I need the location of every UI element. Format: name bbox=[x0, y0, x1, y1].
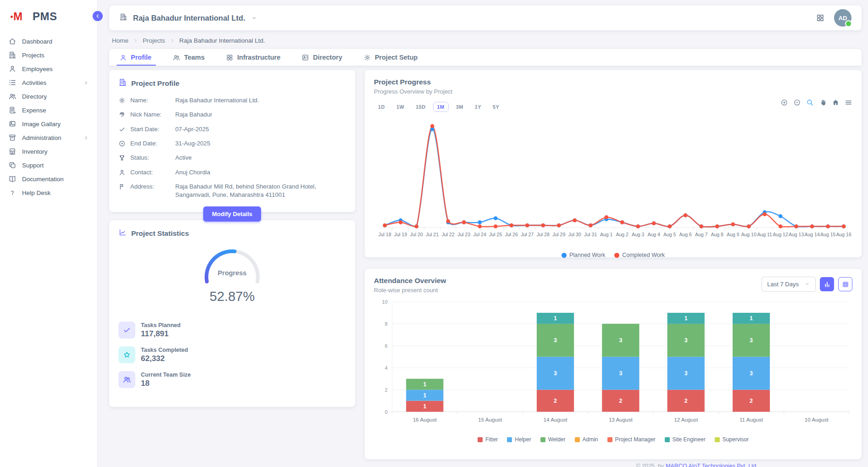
stat-current-team-size: Current Team Size18 bbox=[118, 371, 346, 388]
svg-text:Jul 19: Jul 19 bbox=[394, 232, 407, 237]
sidebar-collapse-button[interactable] bbox=[91, 10, 104, 22]
table-view-button[interactable] bbox=[838, 277, 852, 291]
field-value: 31-Aug-2025 bbox=[175, 139, 346, 148]
archive-icon bbox=[8, 133, 17, 142]
sidebar-item-support[interactable]: Support bbox=[0, 158, 97, 172]
tab-label: Directory bbox=[313, 54, 342, 61]
sidebar-item-expense[interactable]: Expense bbox=[0, 103, 97, 117]
sidebar-item-directory[interactable]: Directory bbox=[0, 89, 97, 103]
range-button-5y[interactable]: 5Y bbox=[489, 102, 503, 112]
tab-project-setup[interactable]: Project Setup bbox=[363, 49, 417, 66]
modify-details-button[interactable]: Modify Details bbox=[203, 206, 261, 222]
progress-gauge-value: 52.87% bbox=[118, 289, 346, 304]
tab-teams[interactable]: Teams bbox=[172, 49, 205, 66]
svg-text:4: 4 bbox=[385, 365, 388, 371]
legend-fitter[interactable]: Fitter bbox=[478, 436, 498, 443]
date-range-select-value: Last 7 Days bbox=[767, 281, 799, 288]
project-selector[interactable]: Raja Bahadur International Ltd. bbox=[119, 13, 257, 23]
stat-label: Tasks Completed bbox=[141, 347, 188, 353]
progress-line-chart[interactable]: Jul 18Jul 19Jul 20Jul 21Jul 22Jul 23Jul … bbox=[374, 114, 852, 251]
sidebar-item-inventory[interactable]: Inventory bbox=[0, 145, 97, 158]
zoom-out-icon bbox=[793, 99, 801, 106]
field-label: Name: bbox=[130, 96, 171, 105]
apps-grid-button[interactable] bbox=[816, 13, 825, 22]
svg-text:Aug 3: Aug 3 bbox=[632, 232, 645, 237]
legend-admin[interactable]: Admin bbox=[575, 436, 598, 443]
sidebar-item-label: Image Gallary bbox=[22, 121, 61, 128]
sidebar-item-label: Help Desk bbox=[22, 189, 50, 196]
svg-text:Aug 5: Aug 5 bbox=[663, 232, 676, 237]
range-button-1m[interactable]: 1M bbox=[433, 102, 449, 112]
tab-directory[interactable]: Directory bbox=[301, 49, 342, 66]
svg-text:14 August: 14 August bbox=[544, 417, 568, 423]
legend-completed-work[interactable]: Completed Work bbox=[614, 252, 665, 258]
zoom-in-button[interactable] bbox=[780, 99, 788, 106]
sidebar-item-label: Support bbox=[22, 162, 44, 169]
legend-helper[interactable]: Helper bbox=[507, 436, 531, 443]
svg-text:0: 0 bbox=[385, 409, 388, 415]
svg-text:2: 2 bbox=[385, 387, 388, 393]
user-avatar[interactable]: AD bbox=[834, 9, 851, 27]
menu-button[interactable] bbox=[845, 99, 852, 106]
breadcrumb-item-projects[interactable]: Projects bbox=[143, 37, 165, 44]
legend-project-manager[interactable]: Project Manager bbox=[607, 436, 656, 443]
progress-card-subtitle: Progress Overview by Project bbox=[374, 88, 852, 95]
chevron-right-icon bbox=[133, 38, 139, 44]
stat-label: Current Team Size bbox=[141, 372, 191, 378]
chevron-left-icon bbox=[95, 13, 101, 19]
date-range-select[interactable]: Last 7 Days bbox=[762, 277, 816, 292]
legend-site-engineer[interactable]: Site Engineer bbox=[665, 436, 706, 443]
reset-home-button[interactable] bbox=[832, 99, 840, 106]
people-icon bbox=[8, 92, 17, 100]
legend-supervisor[interactable]: Supervisor bbox=[715, 436, 749, 443]
progress-card-title: Project Progress bbox=[374, 78, 431, 86]
tab-infrastructure[interactable]: Infrastructure bbox=[226, 49, 280, 66]
sidebar-item-administration[interactable]: Administration bbox=[0, 131, 97, 145]
chevron-right-icon bbox=[83, 80, 89, 86]
legend-welder[interactable]: Welder bbox=[540, 436, 566, 443]
range-button-1y[interactable]: 1Y bbox=[471, 102, 485, 112]
check-icon bbox=[122, 326, 131, 334]
top-navbar: Raja Bahadur International Ltd. AD bbox=[109, 6, 862, 30]
selection-zoom-icon bbox=[806, 99, 814, 106]
sidebar-item-activities[interactable]: Activities bbox=[0, 76, 97, 89]
profile-field-start-date-: Start Date:07-Apr-2025 bbox=[118, 125, 346, 133]
chart-line-icon bbox=[118, 228, 127, 239]
svg-text:2: 2 bbox=[684, 398, 688, 404]
range-button-3m[interactable]: 3M bbox=[452, 102, 467, 112]
sidebar-item-documentation[interactable]: Documentation bbox=[0, 172, 97, 186]
footer-company-link[interactable]: MARCO AIoT Technologies Pvt. Ltd. bbox=[666, 463, 758, 467]
svg-text:3: 3 bbox=[750, 337, 753, 344]
field-label: End Date: bbox=[130, 139, 171, 148]
sidebar-item-employees[interactable]: Employees bbox=[0, 62, 97, 76]
selection-zoom-button[interactable] bbox=[806, 99, 814, 106]
sidebar-item-projects[interactable]: Projects bbox=[0, 48, 97, 62]
tab-bar: ProfileTeamsInfrastructureDirectoryProje… bbox=[109, 49, 862, 66]
svg-text:Aug 4: Aug 4 bbox=[648, 232, 661, 237]
tab-profile[interactable]: Profile bbox=[119, 49, 151, 66]
statistics-card-title: Project Statistics bbox=[131, 229, 189, 238]
sidebar-item-help-desk[interactable]: Help Desk bbox=[0, 186, 97, 200]
trophy-icon bbox=[118, 154, 126, 161]
zoom-out-button[interactable] bbox=[793, 99, 801, 106]
sidebar-item-image-gallary[interactable]: Image Gallary bbox=[0, 117, 97, 131]
pan-button[interactable] bbox=[819, 99, 827, 106]
svg-text:Jul 28: Jul 28 bbox=[537, 232, 550, 237]
stat-tasks-planned: Tasks Planned117,891 bbox=[118, 322, 346, 339]
chevron-right-icon bbox=[169, 38, 175, 44]
bar-view-button[interactable] bbox=[820, 277, 834, 291]
attendance-bar-chart[interactable]: 024681011116 August15 August233114 Augus… bbox=[374, 297, 852, 435]
svg-text:Jul 23: Jul 23 bbox=[457, 232, 470, 237]
range-button-1w[interactable]: 1W bbox=[392, 102, 408, 112]
breadcrumb-item-home[interactable]: Home bbox=[112, 37, 128, 44]
svg-text:Jul 29: Jul 29 bbox=[552, 232, 565, 237]
field-label: Nick Name: bbox=[130, 111, 171, 119]
zoom-in-icon bbox=[780, 99, 788, 106]
range-button-15d[interactable]: 15D bbox=[412, 102, 429, 112]
stat-tasks-completed: Tasks Completed62,332 bbox=[118, 346, 346, 363]
building-icon bbox=[8, 51, 17, 59]
sidebar-item-dashboard[interactable]: Dashboard bbox=[0, 34, 97, 48]
legend-planned-work[interactable]: Planned Work bbox=[562, 252, 605, 258]
range-button-1d[interactable]: 1D bbox=[374, 102, 389, 112]
field-value: Anuj Chordia bbox=[175, 168, 346, 177]
